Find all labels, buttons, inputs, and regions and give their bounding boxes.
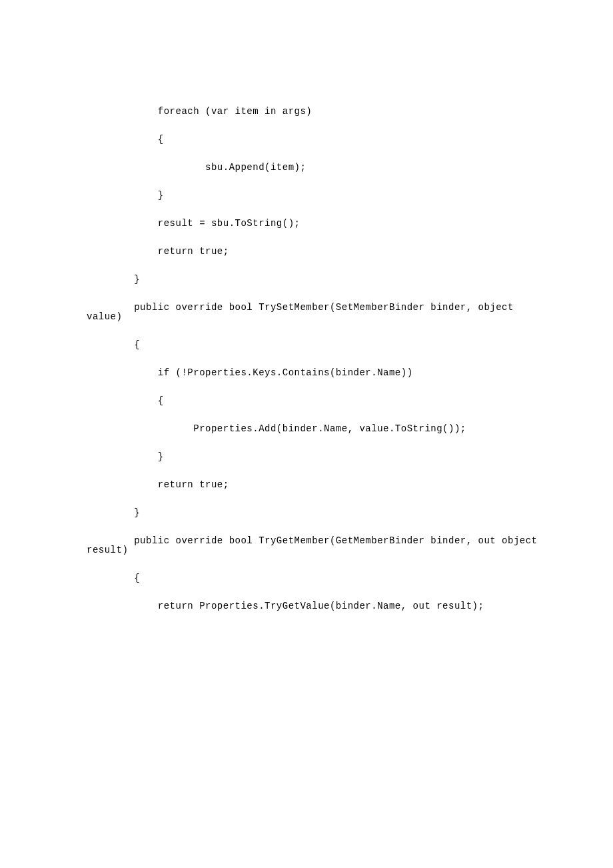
code-line: {	[87, 396, 550, 405]
code-line: public override bool TryGetMember(GetMem…	[87, 536, 550, 555]
code-line: {	[87, 340, 550, 349]
code-line: sbu.Append(item);	[87, 163, 550, 172]
code-line: }	[87, 508, 550, 517]
code-line: return Properties.TryGetValue(binder.Nam…	[87, 601, 550, 611]
code-line: {	[87, 135, 550, 144]
code-line: return true;	[87, 480, 550, 489]
code-line: }	[87, 191, 550, 200]
code-line: }	[87, 452, 550, 461]
code-line: Properties.Add(binder.Name, value.ToStri…	[87, 424, 550, 433]
code-line: foreach (var item in args)	[87, 107, 550, 116]
code-line: {	[87, 573, 550, 583]
code-line: return true;	[87, 247, 550, 256]
code-line: result = sbu.ToString();	[87, 219, 550, 228]
code-line: if (!Properties.Keys.Contains(binder.Nam…	[87, 368, 550, 377]
code-line: }	[87, 275, 550, 284]
code-line: public override bool TrySetMember(SetMem…	[87, 303, 550, 321]
